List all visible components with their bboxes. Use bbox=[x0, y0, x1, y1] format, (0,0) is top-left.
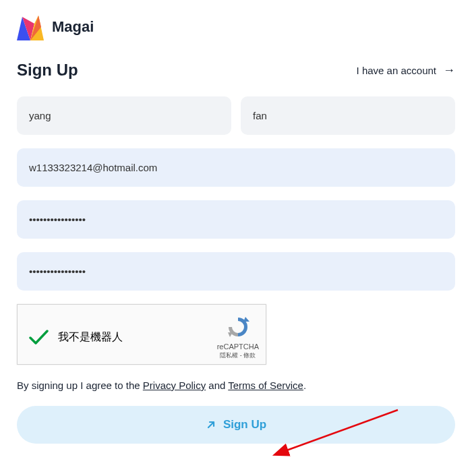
first-name-input[interactable] bbox=[17, 96, 231, 135]
signup-button-label: Sign Up bbox=[223, 418, 266, 432]
captcha-left: 我不是機器人 bbox=[27, 326, 123, 349]
recaptcha-brand: reCAPTCHA bbox=[217, 343, 259, 351]
external-link-icon bbox=[206, 419, 216, 430]
captcha-label: 我不是機器人 bbox=[58, 330, 123, 345]
svg-marker-1 bbox=[228, 332, 233, 337]
recaptcha-links[interactable]: 隱私權 - 條款 bbox=[217, 351, 259, 360]
recaptcha-icon bbox=[225, 314, 251, 340]
tos-link[interactable]: Terms of Service bbox=[228, 380, 303, 391]
header: Magai bbox=[17, 13, 455, 40]
title-row: Sign Up I have an account → bbox=[17, 61, 455, 80]
have-account-label: I have an account bbox=[357, 65, 436, 76]
svg-marker-0 bbox=[243, 317, 249, 322]
name-row bbox=[17, 96, 455, 135]
signup-button[interactable]: Sign Up bbox=[17, 406, 455, 444]
password-input[interactable] bbox=[17, 200, 455, 239]
confirm-password-input[interactable] bbox=[17, 252, 455, 291]
privacy-policy-link[interactable]: Privacy Policy bbox=[143, 380, 206, 391]
captcha-right: reCAPTCHA 隱私權 - 條款 bbox=[217, 314, 259, 360]
brand-name: Magai bbox=[52, 18, 94, 36]
arrow-right-icon: → bbox=[443, 63, 455, 78]
agree-text: By signing up I agree to the Privacy Pol… bbox=[17, 380, 455, 391]
last-name-input[interactable] bbox=[241, 96, 455, 135]
recaptcha-widget[interactable]: 我不是機器人 reCAPTCHA 隱私權 - 條款 bbox=[17, 304, 266, 365]
page-title: Sign Up bbox=[17, 61, 78, 80]
checkmark-icon bbox=[27, 326, 50, 349]
have-account-link[interactable]: I have an account → bbox=[357, 63, 455, 78]
email-input[interactable] bbox=[17, 148, 455, 187]
brand-logo bbox=[17, 13, 44, 40]
